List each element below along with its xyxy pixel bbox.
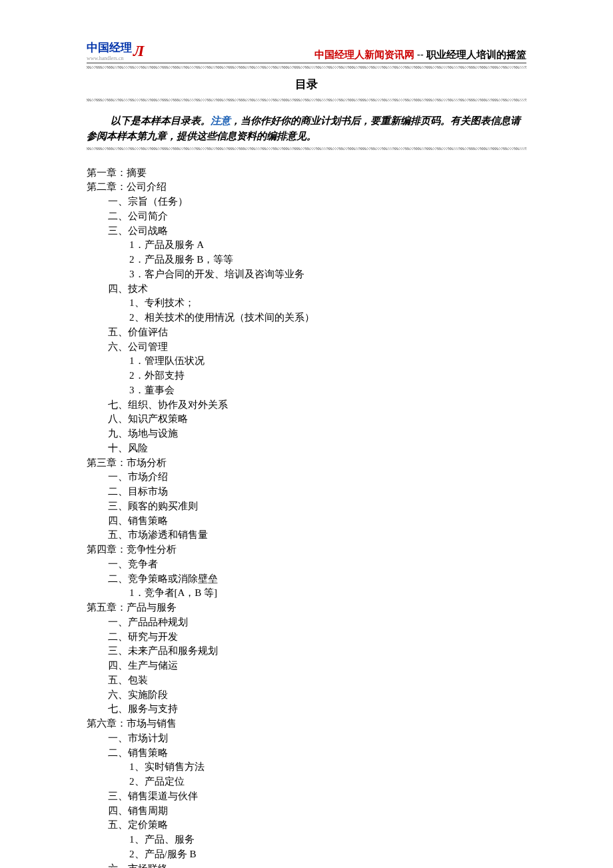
toc-entry: 第二章：公司介绍	[87, 180, 526, 195]
header-divider	[87, 66, 526, 69]
toc-entry: 1．产品及服务 A	[129, 238, 526, 253]
toc-entry: 五、市场渗透和销售量	[108, 528, 526, 543]
toc-entry: 二、目标市场	[108, 485, 526, 499]
page-title: 目录	[87, 77, 526, 92]
logo-url: www.handlers.cn	[87, 55, 132, 61]
toc-entry: 四、技术	[108, 282, 526, 297]
toc-entry: 1、产品、服务	[129, 833, 526, 847]
toc-entry: 七、组织、协作及对外关系	[108, 398, 526, 413]
toc-entry: 第五章：产品与服务	[87, 601, 526, 615]
toc-entry: 一、市场计划	[108, 731, 526, 746]
toc-entry: 六、实施阶段	[108, 688, 526, 703]
toc-entry: 1．竞争者[A，B 等]	[129, 586, 526, 601]
toc-entry: 2．产品及服务 B，等等	[129, 253, 526, 267]
toc-entry: 第六章：市场与销售	[87, 717, 526, 731]
intro-note: 注意	[211, 115, 231, 126]
toc-entry: 一、竞争者	[108, 557, 526, 572]
toc-entry: 第四章：竞争性分析	[87, 543, 526, 557]
toc-entry: 第三章：市场分析	[87, 456, 526, 471]
toc-entry: 3．客户合同的开发、培训及咨询等业务	[129, 267, 526, 282]
toc-entry: 五、定价策略	[108, 818, 526, 833]
header-right: 中国经理人新闻资讯网 -- 职业经理人培训的摇篮	[314, 49, 526, 61]
toc-entry: 二、销售策略	[108, 746, 526, 761]
toc-entry: 三、公司战略	[108, 224, 526, 239]
toc-entry: 六、市场联络	[108, 862, 526, 869]
page-header: 中国经理 www.handlers.cn Л 中国经理人新闻资讯网 -- 职业经…	[87, 40, 526, 63]
title-divider	[87, 99, 526, 101]
toc-entry: 七、服务与支持	[108, 702, 526, 717]
intro-divider	[87, 147, 526, 150]
toc-entry: 三、销售渠道与伙伴	[108, 789, 526, 804]
logo-mark-icon: Л	[133, 42, 144, 60]
site-tagline: 职业经理人培训的摇篮	[426, 49, 526, 60]
toc-entry: 二、竞争策略或消除壁垒	[108, 572, 526, 587]
toc-entry: 1、实时销售方法	[129, 760, 526, 775]
document-page: 中国经理 www.handlers.cn Л 中国经理人新闻资讯网 -- 职业经…	[0, 0, 613, 868]
toc-entry: 2、产品/服务 B	[129, 847, 526, 862]
toc-entry: 1、专利技术；	[129, 296, 526, 311]
toc-entry: 十、风险	[108, 441, 526, 456]
toc-entry: 一、产品品种规划	[108, 615, 526, 630]
toc-entry: 四、销售周期	[108, 804, 526, 819]
intro-paragraph: 以下是本样本目录表。注意，当你作好你的商业计划书后，要重新编排页码。有关图表信息…	[87, 113, 526, 145]
toc-entry: 二、公司简介	[108, 209, 526, 224]
table-of-contents: 第一章：摘要第二章：公司介绍一、宗旨（任务）二、公司简介三、公司战略1．产品及服…	[87, 166, 526, 869]
toc-entry: 五、价值评估	[108, 325, 526, 340]
toc-entry: 一、宗旨（任务）	[108, 195, 526, 209]
toc-entry: 第一章：摘要	[87, 166, 526, 181]
toc-entry: 五、包装	[108, 673, 526, 688]
toc-entry: 四、生产与储运	[108, 659, 526, 673]
toc-entry: 3．董事会	[129, 383, 526, 398]
toc-entry: 1．管理队伍状况	[129, 354, 526, 369]
site-name: 中国经理人新闻资讯网	[314, 49, 414, 60]
toc-entry: 2．外部支持	[129, 369, 526, 383]
toc-entry: 四、销售策略	[108, 514, 526, 529]
toc-entry: 八、知识产权策略	[108, 412, 526, 427]
toc-entry: 2、相关技术的使用情况（技术间的关系）	[129, 311, 526, 325]
toc-entry: 三、未来产品和服务规划	[108, 644, 526, 659]
toc-entry: 三、顾客的购买准则	[108, 499, 526, 514]
toc-entry: 2、产品定位	[129, 775, 526, 789]
toc-entry: 六、公司管理	[108, 340, 526, 355]
intro-part1: 以下是本样本目录表。	[111, 115, 211, 126]
logo-text: 中国经理	[87, 41, 132, 54]
toc-entry: 一、市场介绍	[108, 470, 526, 485]
toc-entry: 二、研究与开发	[108, 630, 526, 645]
header-separator: --	[414, 49, 426, 60]
logo: 中国经理 www.handlers.cn Л	[87, 40, 144, 61]
toc-entry: 九、场地与设施	[108, 427, 526, 441]
